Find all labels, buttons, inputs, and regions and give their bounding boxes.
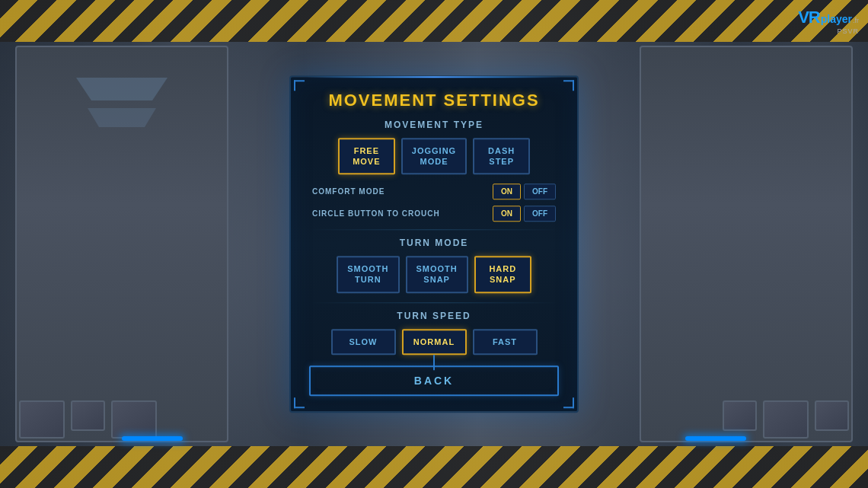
normal-button[interactable]: NORMAL bbox=[402, 329, 467, 355]
circle-crouch-on-button[interactable]: ON bbox=[493, 206, 521, 222]
hazard-stripe-bottom bbox=[0, 446, 868, 488]
wall-panel-left bbox=[15, 46, 228, 442]
panel-title: MOVEMENT SETTINGS bbox=[309, 91, 559, 110]
comfort-mode-toggles: ON OFF bbox=[493, 183, 556, 199]
comfort-mode-label: COMFORT MODE bbox=[312, 187, 493, 196]
vr-logo-psv-text: PSVR bbox=[837, 27, 859, 35]
vr-logo-fr: .fr bbox=[853, 17, 859, 24]
crates-right bbox=[723, 400, 849, 439]
circle-crouch-off-button[interactable]: OFF bbox=[524, 206, 556, 222]
crate bbox=[763, 400, 809, 439]
vr-logo-player-text: player bbox=[821, 13, 852, 25]
circle-crouch-label: CIRCLE BUTTON TO CROUCH bbox=[312, 209, 493, 218]
jogging-mode-button[interactable]: JOGGINGMODE bbox=[401, 138, 467, 175]
circle-crouch-toggles: ON OFF bbox=[493, 206, 556, 222]
wall-panel-right bbox=[640, 46, 853, 442]
accent-light-right bbox=[685, 436, 746, 441]
circle-crouch-row: CIRCLE BUTTON TO CROUCH ON OFF bbox=[309, 206, 559, 222]
slow-button[interactable]: SLOW bbox=[331, 329, 396, 355]
dash-step-button[interactable]: DASHSTEP bbox=[473, 138, 530, 175]
movement-type-label: MOVEMENT TYPE bbox=[309, 120, 559, 130]
accent-light-left bbox=[122, 436, 183, 441]
divider-1 bbox=[309, 229, 559, 230]
corner-decoration-tr bbox=[563, 80, 574, 91]
smooth-turn-button[interactable]: SMOOTHTURN bbox=[337, 256, 399, 293]
corner-decoration-tl bbox=[294, 80, 305, 91]
vr-logo-vr-text: VR bbox=[798, 8, 820, 27]
turn-indicator-line bbox=[433, 355, 435, 370]
crate-small bbox=[815, 400, 849, 431]
crate-small bbox=[723, 400, 757, 431]
fast-button[interactable]: FAST bbox=[473, 329, 538, 355]
settings-panel: MOVEMENT SETTINGS MOVEMENT TYPE FREEMOVE… bbox=[289, 75, 579, 413]
free-move-button[interactable]: FREEMOVE bbox=[338, 138, 395, 175]
turn-mode-buttons: SMOOTHTURN SMOOTHSNAP HARDSNAP bbox=[309, 256, 559, 293]
hazard-stripe-top bbox=[0, 0, 868, 42]
corner-decoration-bl bbox=[294, 397, 305, 408]
movement-type-buttons: FREEMOVE JOGGINGMODE DASHSTEP bbox=[309, 138, 559, 175]
comfort-mode-on-button[interactable]: ON bbox=[493, 183, 521, 199]
divider-2 bbox=[309, 302, 559, 303]
turn-speed-buttons: SLOW NORMAL FAST bbox=[309, 329, 559, 355]
turn-mode-label: TURN MODE bbox=[309, 238, 559, 248]
comfort-mode-off-button[interactable]: OFF bbox=[524, 183, 556, 199]
comfort-mode-row: COMFORT MODE ON OFF bbox=[309, 183, 559, 199]
vr-player-logo: VR player .fr PSVR bbox=[798, 8, 859, 35]
crate bbox=[19, 400, 65, 439]
crate bbox=[111, 400, 157, 439]
smooth-snap-button[interactable]: SMOOTHSNAP bbox=[406, 256, 468, 293]
crates-left bbox=[19, 400, 157, 439]
hard-snap-button[interactable]: HARDSNAP bbox=[474, 256, 531, 293]
crate-small bbox=[71, 400, 105, 431]
turn-speed-label: TURN SPEED bbox=[309, 311, 559, 321]
corner-decoration-br bbox=[563, 397, 574, 408]
